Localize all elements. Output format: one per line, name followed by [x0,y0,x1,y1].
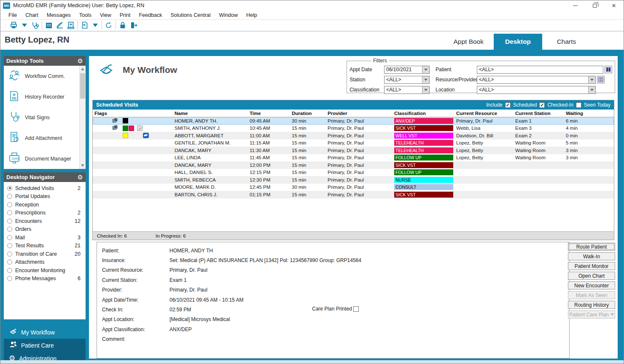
chevron-down-icon[interactable] [422,76,429,83]
radio-button[interactable] [7,235,12,240]
radio-button[interactable] [7,243,12,248]
tab-desktop[interactable]: Desktop [494,34,542,50]
tab-appt-book[interactable]: Appt Book [443,34,494,50]
col-flags[interactable]: Flags [93,111,173,116]
nav-my-workflow[interactable]: My Workflow [4,326,86,339]
nav-patient-care[interactable]: Patient Care [4,339,86,352]
appointment-book-icon[interactable] [43,20,54,30]
navigator-item-encounters[interactable]: Encounters 12 [4,217,86,225]
tab-charts[interactable]: Charts [542,34,591,50]
chevron-down-icon[interactable] [588,76,595,83]
menu-chart[interactable]: Chart [22,11,42,19]
scrollbar-thumb[interactable] [80,73,85,99]
table-row[interactable]: LEE, LINDA 11:45 AM 15 min Primary, Dr. … [93,154,614,162]
menu-feedback[interactable]: Feedback [135,11,166,19]
navigator-item-transition-of-care[interactable]: Transition of Care 20 [4,250,86,258]
station-select[interactable]: <ALL> [384,76,430,84]
route-patient-button[interactable]: Route Patient [568,243,615,251]
tool-workflow-comm[interactable]: Workflow Comm. [4,66,86,86]
alert-badge-icon[interactable] [143,133,149,138]
table-row[interactable]: MOORE, MARK D. 12:45 PM 30 min Primary, … [93,184,614,191]
tool-history-recorder[interactable]: History Recorder [4,86,86,107]
tool-vital-signs[interactable]: Vital Signs [4,107,86,128]
resource-provider-select[interactable]: <ALL> [477,76,596,84]
col-waiting[interactable]: Waiting [564,111,614,116]
resource-list-button[interactable] [597,76,605,83]
menu-solutions-central[interactable]: Solutions Central [167,11,214,19]
menu-messages[interactable]: Messages [43,11,75,19]
col-duration[interactable]: Duration [290,111,326,116]
table-row[interactable]: SMITH, ANTHONY J. 10:45 AM 15 min Primar… [93,125,614,132]
col-current-station[interactable]: Current Station [514,111,564,116]
note-icon[interactable] [137,126,143,131]
checkbox-checked-in[interactable]: ✓ [539,102,545,108]
chevron-down-icon[interactable] [422,66,429,73]
classification-select[interactable]: <ALL> [384,86,430,94]
navigator-item-prescriptions[interactable]: Prescriptions 2 [4,209,86,217]
navigator-item-phone-messages[interactable]: Phone Messages 6 [4,275,86,283]
radio-button[interactable] [7,268,12,273]
menu-view[interactable]: View [96,11,115,19]
checkbox-seen-today[interactable] [576,102,581,108]
desktop-tools-scrollbar[interactable] [79,66,86,169]
location-select[interactable]: <ALL> [477,86,596,94]
menu-window[interactable]: Window [215,11,242,19]
documents-icon[interactable] [112,118,118,124]
refresh-icon[interactable] [103,20,114,30]
patient-input[interactable]: <ALL> [477,66,603,74]
menu-help[interactable]: Help [242,11,261,19]
table-row[interactable]: ABBOTT, MARGARET 11:00 AM 15 min Primary… [93,132,614,139]
navigator-item-mail[interactable]: Mail 3 [4,233,86,242]
col-provider[interactable]: Provider [326,111,393,116]
table-row[interactable]: HOMER, ANDY TH. 09:45 AM 30 min Primary,… [93,117,614,125]
minimize-button[interactable] [565,0,585,11]
document-options-dropdown-icon[interactable] [93,24,98,27]
exit-icon[interactable] [128,20,139,30]
walk-in-button[interactable]: Walk-In [568,252,615,260]
navigator-item-reception[interactable]: Reception [4,201,86,209]
open-chart-button[interactable]: Open Chart [568,272,615,280]
table-row[interactable]: GENTILE, JONATHAN M. 11:15 AM 15 min Pri… [93,139,614,147]
radio-button[interactable] [7,202,12,207]
col-classification[interactable]: Classification [393,111,455,116]
menu-file[interactable]: File [5,11,21,19]
radio-button[interactable] [7,260,12,265]
new-document-icon[interactable] [79,20,90,30]
print-icon[interactable] [8,20,19,30]
table-row[interactable]: HALL, DANIEL S. 12:15 PM 15 min Primary,… [93,169,614,177]
scroll-down-icon[interactable] [81,164,84,167]
close-button[interactable]: ✕ [604,0,624,11]
radio-button[interactable] [7,194,12,199]
navigator-item-encounter-monitoring[interactable]: Encounter Monitoring [4,266,86,275]
table-row[interactable]: DANCAK, MARY 12:00 PM 15 min Primary, Dr… [93,161,614,169]
documents-icon[interactable] [112,125,118,131]
col-current-resource[interactable]: Current Resource [455,111,514,116]
new-encounter-button[interactable]: New Encounter [568,281,615,289]
chevron-down-icon[interactable] [422,86,429,94]
navigator-item-test-results[interactable]: Test Results 21 [4,242,86,250]
navigator-item-scheduled-visits[interactable]: Scheduled Visits 2 [4,184,86,193]
patient-lookup-icon[interactable] [30,20,40,30]
radio-button[interactable] [7,186,12,191]
menu-print[interactable]: Print [116,11,134,19]
radio-button[interactable] [7,227,12,232]
table-row[interactable]: DANCAK, MARY 11:30 AM 15 min Primary, Dr… [93,147,614,154]
radio-button[interactable] [7,276,12,281]
patient-monitor-button[interactable]: Patient Monitor [568,262,615,270]
col-name[interactable]: Name [173,111,248,116]
print-options-dropdown-icon[interactable] [22,24,27,27]
navigator-item-orders[interactable]: Orders [4,225,86,234]
menu-tools[interactable]: Tools [75,11,95,19]
restore-button[interactable] [585,0,604,11]
tool-document-manager[interactable]: DMS Document Manager [4,148,86,169]
desktop-tools-gear-icon[interactable]: ⚙ [78,57,83,65]
tool-add-attachment[interactable]: Add Attachment [4,128,86,148]
lock-icon[interactable] [117,20,128,30]
radio-button[interactable] [7,210,12,215]
care-plan-printed-checkbox[interactable] [353,306,359,312]
table-row[interactable]: BARTON, CHRIS J. 01:15 PM 15 min Primary… [93,191,614,198]
desktop-navigator-gear-icon[interactable]: ⚙ [78,174,83,181]
sign-document-icon[interactable] [54,20,65,30]
scroll-up-icon[interactable] [81,68,84,70]
table-row[interactable]: SMITH, REBECCA 12:30 PM 15 min Primary, … [93,176,614,184]
